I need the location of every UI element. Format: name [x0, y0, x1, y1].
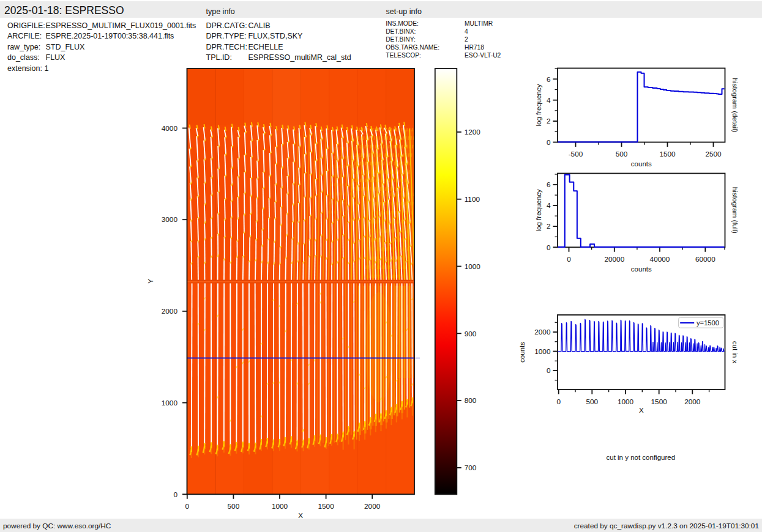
svg-text:2025-01-18: ESPRESSO: 2025-01-18: ESPRESSO [4, 4, 124, 17]
svg-text:6: 6 [547, 180, 551, 189]
svg-text:ORIGFILE:: ORIGFILE: [7, 21, 45, 30]
svg-text:OBS.TARG.NAME:: OBS.TARG.NAME: [386, 44, 439, 51]
svg-text:2: 2 [465, 36, 468, 43]
svg-text:1000: 1000 [465, 262, 481, 271]
svg-text:counts: counts [631, 265, 652, 273]
svg-text:ESO-VLT-U2: ESO-VLT-U2 [465, 52, 501, 59]
svg-text:cut in x: cut in x [731, 341, 739, 364]
svg-text:1500: 1500 [659, 150, 676, 158]
svg-text:CALIB: CALIB [248, 21, 271, 30]
svg-text:-500: -500 [569, 150, 583, 158]
svg-text:counts: counts [631, 160, 652, 168]
svg-text:0: 0 [547, 138, 551, 147]
svg-text:0: 0 [547, 243, 551, 252]
svg-text:1000: 1000 [272, 502, 288, 511]
svg-text:Y: Y [147, 279, 154, 284]
svg-text:20000: 20000 [604, 255, 624, 264]
svg-text:2000: 2000 [684, 397, 701, 406]
svg-text:2000: 2000 [534, 328, 551, 336]
svg-text:900: 900 [465, 330, 477, 338]
svg-text:histogram (full): histogram (full) [731, 187, 739, 234]
svg-text:TELESCOP:: TELESCOP: [386, 52, 421, 59]
svg-text:MULTIMR: MULTIMR [465, 20, 493, 27]
svg-text:1100: 1100 [465, 195, 480, 204]
svg-text:4: 4 [547, 96, 551, 105]
svg-text:500: 500 [586, 397, 598, 406]
svg-text:DPR.TYPE:: DPR.TYPE: [206, 32, 247, 40]
svg-text:TPL.ID:: TPL.ID: [206, 53, 232, 62]
svg-text:log frequency: log frequency [535, 84, 542, 126]
svg-text:40000: 40000 [650, 255, 670, 264]
svg-text:1000: 1000 [534, 347, 551, 356]
svg-text:1200: 1200 [465, 128, 481, 136]
svg-text:2000: 2000 [162, 307, 178, 316]
svg-text:DPR.TECH:: DPR.TECH: [206, 43, 247, 51]
svg-text:extension: 1: extension: 1 [7, 64, 48, 73]
svg-text:ESPRE.2025-01-19T00:35:38.441.: ESPRE.2025-01-19T00:35:38.441.fits [46, 32, 174, 40]
svg-text:INS.MODE:: INS.MODE: [386, 20, 419, 27]
svg-text:0: 0 [567, 255, 571, 264]
svg-text:ESPRESSO_multiMR_cal_std: ESPRESSO_multiMR_cal_std [248, 53, 351, 62]
svg-text:type info: type info [206, 7, 235, 16]
svg-text:X: X [298, 512, 303, 519]
svg-text:2000: 2000 [364, 502, 381, 511]
svg-text:0: 0 [556, 397, 561, 406]
svg-text:0: 0 [173, 490, 177, 499]
svg-text:1500: 1500 [318, 502, 334, 511]
svg-text:60000: 60000 [695, 255, 715, 264]
svg-text:4000: 4000 [162, 124, 178, 133]
svg-text:DET.BINY:: DET.BINY: [386, 36, 416, 43]
svg-text:counts: counts [518, 342, 526, 363]
svg-text:500: 500 [616, 150, 628, 158]
svg-text:created by qc_rawdisp.py v1.2.: created by qc_rawdisp.py v1.2.3 on 2025-… [574, 522, 759, 530]
svg-text:2: 2 [547, 222, 551, 231]
svg-text:4: 4 [547, 201, 551, 210]
svg-text:DET.BINX:: DET.BINX: [386, 28, 416, 35]
svg-text:set-up info: set-up info [386, 7, 422, 16]
svg-text:4: 4 [465, 28, 468, 35]
svg-text:y=1500: y=1500 [697, 319, 719, 327]
svg-text:800: 800 [465, 396, 477, 405]
svg-text:3000: 3000 [162, 215, 178, 224]
svg-text:powered by QC: www.eso.org/HC: powered by QC: www.eso.org/HC [3, 522, 111, 530]
svg-text:cut in y not configured: cut in y not configured [607, 454, 676, 461]
svg-text:2: 2 [547, 117, 551, 125]
svg-text:1000: 1000 [618, 397, 634, 406]
svg-text:X: X [639, 407, 644, 414]
svg-text:log frequency: log frequency [535, 189, 542, 231]
svg-text:0: 0 [185, 502, 190, 511]
svg-text:700: 700 [465, 464, 477, 472]
svg-text:histogram (detail): histogram (detail) [731, 78, 739, 133]
svg-text:1500: 1500 [651, 397, 668, 406]
svg-text:500: 500 [228, 502, 240, 511]
svg-text:0: 0 [547, 366, 551, 375]
svg-text:DPR.CATG:: DPR.CATG: [206, 21, 247, 30]
svg-text:STD_FLUX: STD_FLUX [46, 43, 86, 51]
svg-text:ECHELLE: ECHELLE [248, 43, 283, 51]
svg-text:FLUX: FLUX [46, 53, 66, 62]
svg-text:raw_type:: raw_type: [7, 43, 40, 51]
svg-text:6: 6 [547, 75, 551, 84]
svg-text:2500: 2500 [705, 150, 722, 158]
svg-text:ARCFILE:: ARCFILE: [7, 32, 42, 40]
svg-text:HR718: HR718 [465, 44, 484, 51]
svg-text:FLUX,STD,SKY: FLUX,STD,SKY [248, 32, 304, 40]
svg-text:do_class:: do_class: [7, 53, 40, 62]
svg-text:ESPRESSO_MULTIMR_FLUX019_0001.: ESPRESSO_MULTIMR_FLUX019_0001.fits [46, 21, 196, 30]
svg-text:1000: 1000 [162, 399, 178, 407]
